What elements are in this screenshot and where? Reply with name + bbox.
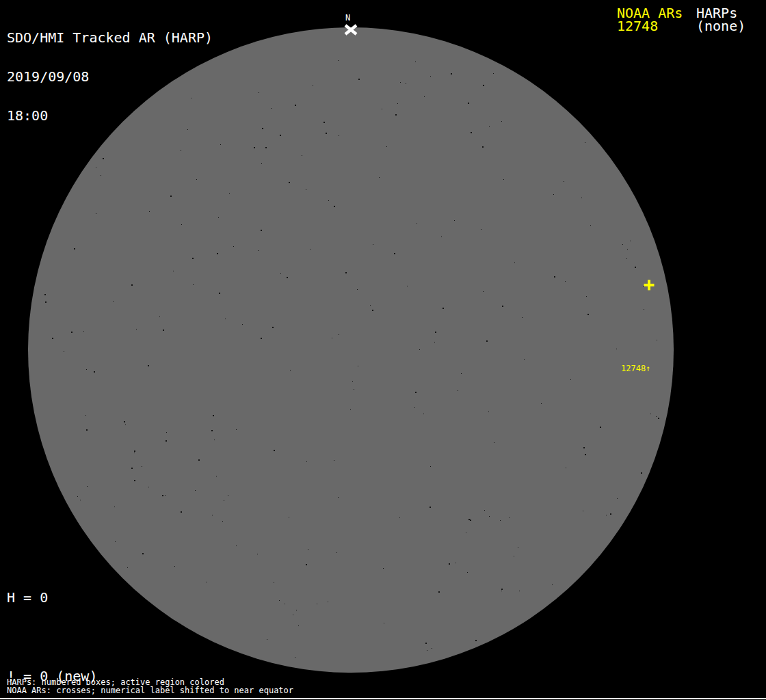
sunspot-speck	[424, 96, 425, 97]
sunspot-speck	[219, 293, 220, 294]
sunspot-speck	[181, 150, 181, 151]
sunspot-speck	[486, 340, 488, 342]
sunspot-speck	[257, 554, 258, 554]
sunspot-speck	[339, 334, 339, 335]
sunspot-speck	[103, 158, 104, 159]
sunspot-speck	[317, 604, 317, 604]
sunspot-speck	[149, 211, 150, 212]
sunspot-speck	[87, 486, 88, 487]
sunspot-speck	[553, 194, 554, 195]
sunspot-speck	[417, 223, 417, 224]
sunspot-speck	[395, 114, 397, 116]
sunspot-speck	[616, 349, 617, 349]
sunspot-speck	[518, 547, 518, 548]
sunspot-speck	[587, 314, 589, 315]
sunspot-speck	[52, 338, 53, 339]
sunspot-speck	[224, 500, 224, 501]
sunspot-speck	[85, 415, 86, 416]
sunspot-speck	[458, 390, 458, 391]
sunspot-speck	[313, 85, 313, 86]
sunspot-speck	[289, 517, 289, 517]
sunspot-speck	[115, 541, 116, 542]
sunspot-speck	[570, 379, 571, 380]
sunspot-speck	[644, 309, 644, 310]
sunspot-speck	[581, 198, 582, 198]
sunspot-speck	[454, 220, 455, 221]
sunspot-speck	[489, 126, 490, 127]
sunspot-speck	[131, 284, 133, 286]
sunspot-speck	[352, 381, 353, 382]
sunspot-speck	[600, 427, 601, 428]
sunspot-speck	[77, 496, 78, 497]
sunspot-speck	[358, 366, 358, 366]
sunspot-speck	[386, 146, 387, 147]
sunspot-speck	[586, 296, 587, 297]
noaa-ar-number-label: 12748↑	[621, 364, 650, 373]
sunspot-speck	[306, 461, 307, 462]
sunspot-speck	[509, 517, 510, 518]
sunspot-speck	[274, 450, 275, 451]
noaa-ar-plus-icon	[644, 280, 655, 291]
sunspot-speck	[432, 648, 432, 649]
sunspot-speck	[564, 181, 564, 182]
page-title: SDO/HMI Tracked AR (HARP)	[7, 31, 213, 44]
sunspot-speck	[274, 582, 274, 583]
sunspot-speck	[503, 179, 504, 180]
north-pole-x-icon	[343, 24, 358, 36]
sunspot-speck	[159, 317, 160, 317]
sunspot-speck	[236, 546, 237, 546]
sunspot-speck	[657, 340, 657, 340]
sunspot-speck	[583, 447, 585, 448]
sunspot-speck	[650, 414, 651, 414]
sunspot-speck	[415, 62, 416, 62]
sunspot-speck	[192, 258, 194, 259]
sunspot-speck	[261, 338, 262, 339]
sunspot-speck	[382, 109, 382, 109]
sunspot-speck	[397, 103, 398, 104]
sunspot-speck	[370, 305, 371, 306]
north-label: N	[345, 14, 350, 22]
sunspot-speck	[174, 566, 175, 567]
footer-note-noaa: NOAA ARs: crosses; numerical label shift…	[7, 686, 293, 695]
sunspot-speck	[481, 229, 481, 230]
sunspot-speck	[339, 135, 339, 136]
sunspot-speck	[296, 610, 297, 610]
sunspot-speck	[427, 650, 427, 651]
sunspot-speck	[214, 440, 215, 440]
sunspot-speck	[163, 329, 164, 331]
sunspot-speck	[271, 108, 272, 109]
sunspot-speck	[295, 657, 295, 658]
sunspot-speck	[334, 206, 335, 207]
sunspot-speck	[482, 146, 484, 148]
sunspot-speck	[242, 324, 243, 325]
sunspot-speck	[148, 365, 149, 366]
sunspot-speck	[134, 453, 135, 453]
sunspot-speck	[267, 639, 267, 640]
sunspot-speck	[501, 121, 502, 122]
sunspot-speck	[96, 167, 96, 168]
sunspot-speck	[400, 82, 401, 83]
sunspot-speck	[585, 142, 585, 143]
sunspot-speck	[262, 128, 263, 129]
sunspot-speck	[308, 549, 308, 550]
sunspot-speck	[289, 182, 290, 183]
sunspot-speck	[298, 625, 299, 626]
header-block: SDO/HMI Tracked AR (HARP) 2019/09/08 18:…	[7, 5, 213, 135]
sunspot-speck	[216, 476, 217, 476]
sunspot-speck	[475, 640, 477, 641]
sunspot-speck	[181, 224, 182, 225]
sunspot-speck	[83, 331, 84, 332]
sunspot-speck	[86, 369, 87, 370]
sunspot-speck	[279, 600, 280, 601]
sunspot-speck	[384, 623, 384, 623]
sunspot-speck	[218, 217, 219, 218]
sunspot-speck	[124, 421, 125, 422]
sunspot-speck	[220, 144, 221, 145]
sunspot-speck	[566, 468, 566, 468]
sunspot-speck	[166, 440, 167, 442]
sunspot-speck	[193, 284, 194, 285]
sunspot-speck	[430, 76, 431, 77]
sunspot-speck	[514, 556, 514, 556]
sunspot-speck	[483, 291, 484, 292]
sunspot-speck	[489, 516, 490, 517]
